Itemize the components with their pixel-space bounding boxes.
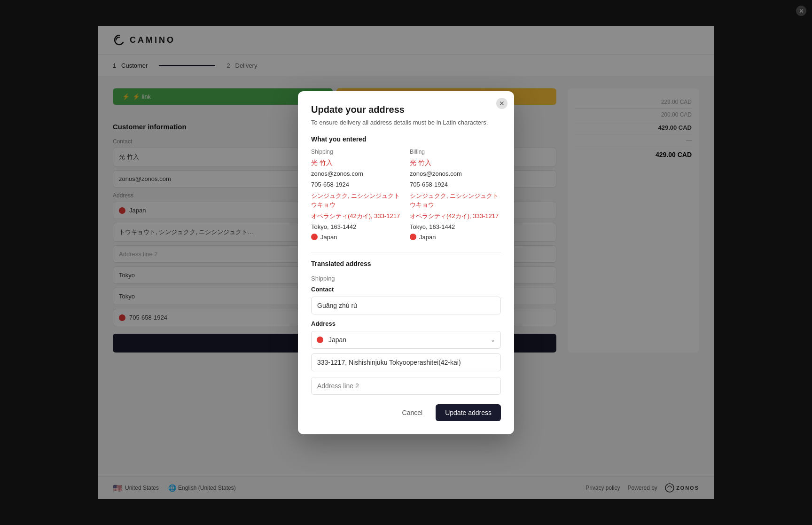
modal-actions: Cancel Update address <box>311 404 501 421</box>
billing-address2: オペラシティ(42カイ), 333-1217 <box>410 212 501 221</box>
update-address-modal: ✕ Update your address To ensure delivery… <box>298 91 514 434</box>
contact-input[interactable] <box>311 297 501 314</box>
translated-shipping-label: Shipping <box>311 275 501 282</box>
cancel-button[interactable]: Cancel <box>395 404 430 421</box>
billing-japan-flag <box>410 234 416 240</box>
modal-divider <box>311 252 501 252</box>
modal-subtitle: To ensure delivery all address details m… <box>311 119 501 126</box>
address-line1-input[interactable] <box>311 353 501 371</box>
billing-col-title: Billing <box>410 149 501 155</box>
billing-city-state: Tokyo, 163-1442 <box>410 222 501 232</box>
billing-email: zonos@zonos.com <box>410 169 501 179</box>
shipping-col-title: Shipping <box>311 149 402 155</box>
shipping-phone: 705-658-1924 <box>311 180 402 189</box>
shipping-city-state: Tokyo, 163-1442 <box>311 222 402 232</box>
entered-shipping-col: Shipping 光 竹入 zonos@zonos.com 705-658-19… <box>311 149 402 241</box>
billing-phone: 705-658-1924 <box>410 180 501 189</box>
country-select-wrapper: Japan United States Canada ⌄ <box>311 331 501 349</box>
billing-country: Japan <box>410 234 501 241</box>
shipping-email: zonos@zonos.com <box>311 169 402 179</box>
entered-billing-col: Billing 光 竹入 zonos@zonos.com 705-658-192… <box>410 149 501 241</box>
translated-address-label-2: Address <box>311 320 501 327</box>
shipping-name: 光 竹入 <box>311 159 402 167</box>
address-line2-input[interactable] <box>311 377 501 395</box>
shipping-address2: オペラシティ(42カイ), 333-1217 <box>311 212 402 221</box>
shipping-address1: シンジュクク, ニシシンジュクトウキョウ <box>311 191 402 210</box>
shipping-country: Japan <box>311 234 402 241</box>
shipping-country-label: Japan <box>320 234 337 241</box>
shipping-japan-flag <box>311 234 318 240</box>
billing-address1: シンジュクク, ニシシンジュクトウキョウ <box>410 191 501 210</box>
translated-contact-label: Contact <box>311 286 501 293</box>
billing-country-label: Japan <box>419 234 436 241</box>
update-address-button[interactable]: Update address <box>436 404 501 421</box>
billing-name: 光 竹入 <box>410 159 501 167</box>
modal-close-button[interactable]: ✕ <box>496 98 508 109</box>
modal-overlay: ✕ Update your address To ensure delivery… <box>0 0 812 525</box>
what-you-entered-label: What you entered <box>311 135 501 143</box>
translated-address-label: Translated address <box>311 260 501 267</box>
modal-title: Update your address <box>311 104 501 115</box>
entered-grid: Shipping 光 竹入 zonos@zonos.com 705-658-19… <box>311 149 501 241</box>
country-select[interactable]: Japan United States Canada <box>311 331 501 349</box>
